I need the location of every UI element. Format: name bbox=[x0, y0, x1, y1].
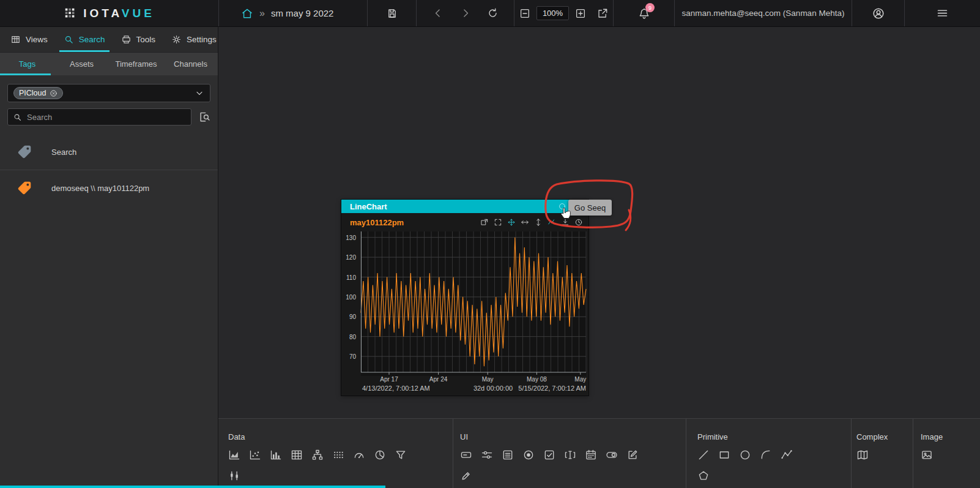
popout-icon[interactable] bbox=[480, 218, 489, 227]
dashboard-canvas[interactable]: LineChart may101122pm 130120110100908070… bbox=[218, 27, 980, 418]
user-email: sanman.mehta@seeq.com (Sanman Mehta) bbox=[682, 9, 845, 18]
y-tick-label: 130 bbox=[346, 235, 356, 241]
radio-icon[interactable] bbox=[522, 449, 535, 461]
notification-badge: 9 bbox=[645, 3, 655, 12]
tab-tags[interactable]: Tags bbox=[0, 53, 54, 75]
v-resize-icon[interactable] bbox=[534, 218, 543, 227]
component-palette: Data UI Primitive Complex Image bbox=[218, 418, 980, 488]
top-bar: IOTAVUE » sm may 9 2022 100% 9 sanman.me… bbox=[0, 0, 980, 27]
y-tick-label: 120 bbox=[346, 254, 356, 261]
range-end: 5/15/2022, 7:00:12 AM bbox=[518, 385, 586, 392]
remove-chip-icon[interactable] bbox=[50, 89, 58, 97]
tab-assets[interactable]: Assets bbox=[54, 53, 109, 75]
button-icon[interactable] bbox=[460, 449, 472, 461]
polyline-icon[interactable] bbox=[781, 449, 793, 461]
page-title: sm may 9 2022 bbox=[271, 8, 334, 18]
tab-timeframes[interactable]: Timeframes bbox=[109, 53, 163, 75]
nav-item-search[interactable]: Search bbox=[56, 27, 113, 52]
search-input[interactable] bbox=[27, 113, 186, 122]
pivot-table-icon[interactable] bbox=[291, 449, 303, 461]
tag-label: Search bbox=[51, 148, 76, 157]
list-item[interactable]: demoseeq \\ may101122pm bbox=[7, 173, 210, 203]
y-tick-label: 70 bbox=[349, 353, 356, 360]
palette-section-ui: UI bbox=[460, 419, 680, 482]
chart-plot-area bbox=[361, 231, 586, 376]
toggle-icon[interactable] bbox=[606, 449, 618, 461]
widget-header[interactable]: LineChart bbox=[341, 200, 588, 213]
scatter-chart-icon[interactable] bbox=[249, 449, 261, 461]
move-icon[interactable] bbox=[507, 218, 516, 227]
checkbox-icon[interactable] bbox=[543, 449, 555, 461]
area-chart-icon[interactable] bbox=[228, 449, 240, 461]
line-icon[interactable] bbox=[697, 449, 710, 461]
tab-channels[interactable]: Channels bbox=[163, 53, 218, 75]
trend-icon[interactable] bbox=[548, 218, 556, 227]
zoom-out-icon[interactable] bbox=[519, 8, 530, 19]
palette-section-primitive: Primitive bbox=[697, 419, 844, 482]
nav-item-views[interactable]: Views bbox=[2, 27, 56, 52]
list-icon[interactable] bbox=[502, 449, 514, 461]
notifications: 9 bbox=[613, 0, 674, 26]
slider-icon[interactable] bbox=[481, 449, 493, 461]
account-icon[interactable] bbox=[872, 7, 885, 20]
zoom-in-icon[interactable] bbox=[575, 8, 586, 19]
linechart-widget[interactable]: LineChart may101122pm 130120110100908070… bbox=[341, 200, 588, 396]
home-icon[interactable] bbox=[241, 7, 253, 20]
hierarchy-icon[interactable] bbox=[311, 449, 324, 461]
forward-icon[interactable] bbox=[459, 7, 471, 19]
palette-icons-row2 bbox=[697, 470, 844, 482]
save-icon[interactable] bbox=[387, 8, 398, 19]
search-icon bbox=[64, 34, 74, 45]
history-controls bbox=[416, 0, 514, 26]
h-resize-icon[interactable] bbox=[521, 218, 529, 227]
tag-list: Search demoseeq \\ may101122pm bbox=[7, 137, 210, 203]
hamburger-menu-icon[interactable] bbox=[936, 7, 949, 20]
download-icon[interactable] bbox=[561, 218, 570, 227]
y-tick-label: 80 bbox=[349, 334, 356, 340]
open-external-icon[interactable] bbox=[597, 8, 608, 19]
image-icon[interactable] bbox=[921, 449, 933, 461]
ellipse-icon[interactable] bbox=[739, 449, 751, 461]
calendar-icon[interactable] bbox=[585, 449, 597, 461]
advanced-search-icon[interactable] bbox=[198, 111, 210, 123]
go-seeq-button[interactable]: Go Seeq bbox=[568, 200, 612, 216]
chevron-down-icon[interactable] bbox=[195, 88, 204, 98]
palette-icons-row bbox=[228, 449, 448, 461]
account-section bbox=[852, 0, 904, 26]
arc-icon[interactable] bbox=[760, 449, 772, 461]
pie-chart-icon[interactable] bbox=[374, 449, 386, 461]
nav-item-tools[interactable]: Tools bbox=[113, 27, 164, 52]
rectangle-icon[interactable] bbox=[718, 449, 730, 461]
divider bbox=[0, 170, 218, 170]
y-tick-label: 110 bbox=[346, 274, 356, 281]
filter-chip[interactable]: PICloud bbox=[13, 87, 63, 99]
widget-link-icon[interactable] bbox=[558, 202, 566, 211]
list-item[interactable]: Search bbox=[7, 137, 210, 167]
x-tick-label: May bbox=[574, 376, 586, 383]
candlestick-icon[interactable] bbox=[228, 470, 240, 482]
back-icon[interactable] bbox=[432, 7, 444, 19]
x-tick-label: May 08 bbox=[527, 376, 547, 383]
refresh-icon[interactable] bbox=[487, 7, 499, 19]
map-icon[interactable] bbox=[856, 449, 869, 461]
gauge-icon[interactable] bbox=[353, 449, 365, 461]
save-section bbox=[367, 0, 416, 26]
text-input-icon[interactable] bbox=[564, 449, 576, 461]
palette-section-label: Complex bbox=[856, 432, 905, 441]
nav-item-settings[interactable]: Settings bbox=[163, 27, 225, 52]
pencil-icon[interactable] bbox=[460, 470, 472, 482]
datasource-select[interactable]: PICloud bbox=[7, 84, 210, 102]
nav-label: Search bbox=[79, 35, 105, 44]
funnel-icon[interactable] bbox=[395, 449, 407, 461]
logo-primary: IOTA bbox=[83, 7, 122, 20]
y-axis-labels: 130120110100908070 bbox=[341, 231, 358, 372]
edit-icon[interactable] bbox=[626, 449, 639, 461]
history-icon[interactable] bbox=[574, 218, 583, 227]
polygon-icon[interactable] bbox=[697, 470, 710, 482]
widget-subheader: may101122pm bbox=[341, 216, 588, 229]
fullscreen-icon[interactable] bbox=[494, 218, 502, 227]
bar-chart-icon[interactable] bbox=[270, 449, 282, 461]
search-box[interactable] bbox=[7, 108, 191, 126]
palette-section-label: Image bbox=[921, 432, 976, 441]
dot-matrix-icon[interactable] bbox=[332, 449, 344, 461]
